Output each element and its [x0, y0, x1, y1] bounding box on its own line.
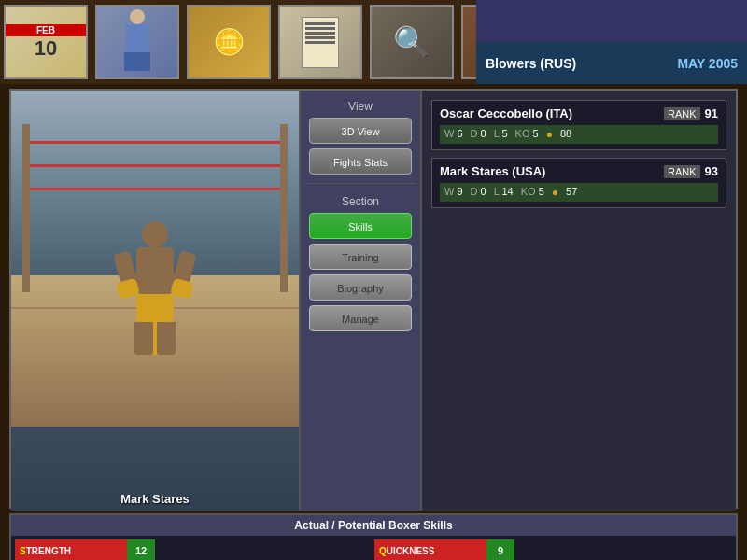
- nav-boxer-icon[interactable]: [95, 5, 179, 79]
- coin-icon-1: ●: [546, 128, 553, 141]
- strength-row: STRENGTH 12: [15, 539, 373, 560]
- top-navigation: FEB 10 🪙 🔍: [0, 0, 747, 84]
- controls-panel: View 3D View Fights Stats Section Skills…: [301, 91, 422, 511]
- boxer-body: [136, 247, 174, 294]
- boxer-leg-right: [157, 322, 176, 355]
- strength-first: S: [20, 546, 26, 556]
- boxer-name-display: Mark Stares: [11, 492, 299, 506]
- fights-stats-button[interactable]: Fights Stats: [309, 148, 412, 175]
- 3d-view-button[interactable]: 3D View: [309, 118, 412, 144]
- skills-grid: STRENGTH 12 QUICKNESS 9 AGILITY 9 STAMIN…: [11, 536, 736, 560]
- coins-value-1: 88: [560, 128, 571, 141]
- losses-stat-1: L 5: [494, 128, 508, 141]
- nav-coins-icon[interactable]: 🪙: [187, 5, 271, 79]
- rank-value-2: 93: [705, 164, 718, 178]
- cal-day-label: 10: [6, 36, 86, 61]
- manage-button[interactable]: Manage: [309, 305, 412, 331]
- fighters-panel: Oscar Ceccobello (ITA) RANK 91 W 6 D 0 L…: [422, 91, 736, 511]
- rank-label-2: RANK: [664, 165, 700, 178]
- boxer-shorts: [136, 294, 174, 322]
- date-label: MAY 2005: [677, 56, 738, 71]
- fighter-name-1: Oscar Ceccobello (ITA): [440, 106, 572, 120]
- rank-badge-1: RANK 91: [664, 106, 718, 120]
- boxer-view-panel: Mark Stares: [11, 91, 301, 511]
- fighter-stats-1: W 6 D 0 L 5 KO 5 ● 88: [440, 125, 718, 144]
- boxer-leg-left: [134, 322, 153, 355]
- main-content: Mark Stares View 3D View Fights Stats Se…: [9, 89, 738, 509]
- strength-value: 12: [127, 539, 155, 560]
- coin-icon-2: ●: [552, 186, 558, 199]
- nav-papers-icon[interactable]: [278, 5, 362, 79]
- location-date-bar: Blowers (RUS) MAY 2005: [476, 42, 747, 84]
- rank-badge-2: RANK 93: [664, 164, 718, 178]
- strength-label: STRENGTH: [15, 539, 127, 560]
- ring-background: [11, 91, 299, 427]
- quickness-row: QUICKNESS 9: [374, 539, 732, 560]
- boxer-legs: [134, 322, 176, 355]
- boxer-arm-left: [113, 250, 139, 290]
- skills-button[interactable]: Skills: [309, 213, 412, 239]
- fighter-name-2: Mark Stares (USA): [440, 164, 545, 178]
- nav-top-right: [476, 0, 747, 42]
- section-label: Section: [342, 195, 379, 208]
- cal-month-label: FEB: [6, 24, 86, 36]
- magnifier-symbol: 🔍: [393, 24, 430, 60]
- fighter-card-1: Oscar Ceccobello (ITA) RANK 91 W 6 D 0 L…: [431, 100, 726, 150]
- fighter-header-1: Oscar Ceccobello (ITA) RANK 91: [440, 106, 718, 120]
- skills-area: Actual / Potential Boxer Skills STRENGTH…: [9, 513, 738, 560]
- coins-value-2: 57: [566, 186, 577, 199]
- biography-button[interactable]: Biography: [309, 274, 412, 301]
- fighter-card-2: Mark Stares (USA) RANK 93 W 9 D 0 L 14 K…: [431, 158, 726, 208]
- boxer-figure: [118, 221, 192, 343]
- nav-search-icon[interactable]: 🔍: [370, 5, 454, 79]
- ko-stat-2: KO 5: [521, 186, 544, 199]
- skills-header: Actual / Potential Boxer Skills: [11, 515, 736, 536]
- rank-label-1: RANK: [664, 107, 700, 120]
- quickness-label: QUICKNESS: [374, 539, 486, 560]
- fighter-header-2: Mark Stares (USA) RANK 93: [440, 164, 718, 178]
- boxer-head: [142, 221, 168, 247]
- header-info: Blowers (RUS) MAY 2005: [476, 0, 747, 84]
- ko-stat-1: KO 5: [515, 128, 539, 141]
- separator-1: [305, 183, 416, 184]
- rank-value-1: 91: [705, 106, 718, 120]
- draws-stat-1: D 0: [471, 128, 486, 141]
- wins-stat-2: W 9: [444, 186, 463, 199]
- quickness-value: 9: [486, 539, 514, 560]
- view-section-label: View: [348, 100, 373, 113]
- quickness-first: Q: [379, 546, 387, 556]
- fighter-stats-2: W 9 D 0 L 14 KO 5 ● 57: [440, 183, 718, 202]
- losses-stat-2: L 14: [494, 186, 514, 199]
- wins-stat-1: W 6: [444, 128, 463, 141]
- draws-stat-2: D 0: [471, 186, 486, 199]
- coins-symbol: 🪙: [213, 27, 246, 58]
- training-button[interactable]: Training: [309, 244, 412, 270]
- nav-calendar-icon[interactable]: FEB 10: [4, 5, 88, 79]
- location-label: Blowers (RUS): [486, 56, 576, 71]
